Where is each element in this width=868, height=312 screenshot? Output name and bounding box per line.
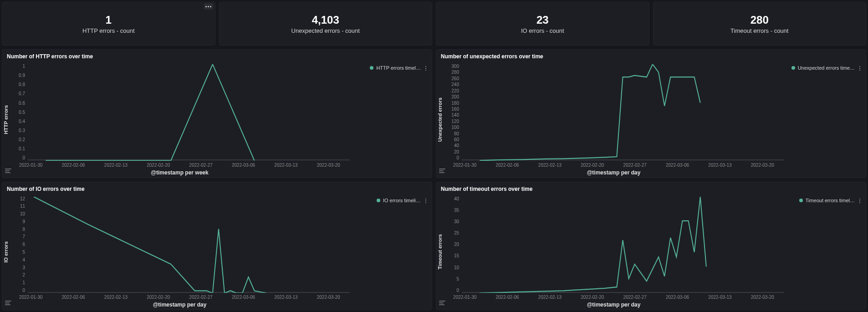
- legend-options-icon[interactable]: [424, 65, 428, 72]
- inspect-icon[interactable]: [5, 301, 12, 307]
- tick-label: 0.3: [10, 128, 25, 133]
- legend[interactable]: IO errors timeli…: [377, 198, 421, 203]
- chart-title: Number of timeout errors over time: [436, 182, 866, 194]
- legend[interactable]: Timeout errors timel…: [799, 198, 855, 203]
- tick-label: 0: [444, 288, 459, 293]
- inspect-icon[interactable]: [439, 301, 446, 307]
- tick-label: 140: [444, 113, 459, 118]
- metric-http-errors[interactable]: 1 HTTP errors - count: [2, 2, 215, 46]
- tick-label: 6: [10, 242, 25, 247]
- tick-label: 20: [444, 242, 459, 247]
- x-ticks: 2022-01-302022-02-062022-02-132022-02-20…: [444, 161, 784, 169]
- tick-label: 0: [444, 156, 459, 160]
- chart-timeout-errors[interactable]: Number of timeout errors over time Timeo…: [436, 182, 866, 311]
- plot-svg[interactable]: [462, 64, 784, 161]
- y-axis-label: HTTP errors: [2, 105, 10, 134]
- tick-label: 0.8: [10, 82, 25, 87]
- tick-label: 300: [444, 64, 459, 69]
- metric-label: Timeout errors - count: [730, 27, 788, 34]
- plot-svg[interactable]: [28, 64, 350, 161]
- legend[interactable]: HTTP errors timel…: [370, 65, 421, 71]
- legend-options-icon[interactable]: [858, 65, 862, 72]
- tick-label: 100: [444, 125, 459, 130]
- tick-label: 2022-02-20: [137, 163, 179, 168]
- metric-value: 23: [536, 14, 549, 26]
- tick-label: 25: [444, 231, 459, 235]
- tick-label: 2022-02-27: [614, 295, 656, 300]
- metric-label: IO errors - count: [521, 27, 564, 34]
- tick-label: 240: [444, 82, 459, 87]
- tick-label: 2022-02-13: [95, 163, 137, 168]
- tick-label: 0.9: [10, 73, 25, 78]
- legend[interactable]: Unexpected errors time…: [791, 65, 855, 71]
- tick-label: 2022-03-06: [222, 163, 265, 168]
- tick-label: 2022-02-20: [137, 295, 179, 300]
- chart-io-errors[interactable]: Number of IO errors over time IO errors …: [2, 182, 432, 311]
- metric-value: 4,103: [312, 14, 339, 26]
- plot-svg[interactable]: [462, 197, 784, 293]
- legend-label: HTTP errors timel…: [376, 65, 421, 71]
- metric-label: HTTP errors - count: [82, 27, 135, 34]
- tick-label: 2022-02-06: [52, 163, 94, 168]
- metric-label: Unexpected errors - count: [291, 27, 360, 34]
- tick-label: 5: [444, 277, 459, 281]
- tick-label: 2022-02-27: [180, 163, 222, 168]
- tick-label: 2022-02-27: [614, 163, 656, 168]
- metric-io-errors[interactable]: 23 IO errors - count: [436, 2, 649, 46]
- chart-http-errors[interactable]: Number of HTTP errors over time HTTP err…: [2, 49, 432, 178]
- tick-label: 1: [10, 64, 25, 69]
- tick-label: 0.6: [10, 101, 25, 106]
- tick-label: 10: [10, 212, 25, 216]
- legend-dot-icon: [791, 66, 795, 70]
- tick-label: 260: [444, 77, 459, 81]
- tick-label: 2022-02-06: [52, 295, 94, 300]
- y-ticks: 10.90.80.70.60.50.40.30.20.10: [10, 64, 27, 161]
- metric-timeout-errors[interactable]: 280 Timeout errors - count: [653, 2, 867, 46]
- chart-title: Number of HTTP errors over time: [2, 50, 432, 61]
- panel-options-icon[interactable]: [204, 3, 213, 10]
- x-axis-label: @timestamp per day: [10, 301, 350, 310]
- tick-label: 2022-03-20: [741, 295, 784, 300]
- tick-label: 12: [10, 197, 25, 201]
- tick-label: 40: [444, 143, 459, 148]
- tick-label: 35: [444, 208, 459, 213]
- y-axis-label: Unexpected errors: [436, 97, 444, 142]
- tick-label: 2022-03-06: [656, 163, 699, 168]
- legend-options-icon[interactable]: [424, 198, 428, 204]
- tick-label: 2022-02-20: [571, 163, 613, 168]
- tick-label: 160: [444, 107, 459, 112]
- tick-label: 2022-02-13: [529, 295, 571, 300]
- tick-label: 60: [444, 138, 459, 142]
- chart-title: Number of IO errors over time: [2, 182, 432, 194]
- tick-label: 10: [444, 266, 459, 270]
- tick-label: 2022-03-20: [307, 295, 350, 300]
- tick-label: 180: [444, 101, 459, 106]
- tick-label: 0.2: [10, 138, 25, 142]
- legend-label: Timeout errors timel…: [806, 198, 855, 203]
- metric-value: 280: [751, 14, 769, 26]
- tick-label: 80: [444, 132, 459, 136]
- tick-label: 2022-03-06: [656, 295, 699, 300]
- x-axis-label: @timestamp per week: [10, 169, 350, 178]
- plot-svg[interactable]: [28, 197, 350, 293]
- legend-options-icon[interactable]: [858, 198, 862, 204]
- chart-unexpected-errors[interactable]: Number of unexpected errors over time Un…: [436, 49, 866, 178]
- tick-label: 120: [444, 119, 459, 124]
- chart-title: Number of unexpected errors over time: [436, 50, 866, 61]
- inspect-icon[interactable]: [5, 169, 12, 175]
- y-ticks: 3002802602402202001801601401201008060402…: [444, 64, 461, 161]
- metric-unexpected-errors[interactable]: 4,103 Unexpected errors - count: [219, 2, 433, 46]
- tick-label: 2022-02-13: [95, 295, 137, 300]
- tick-label: 2022-02-27: [180, 295, 222, 300]
- legend-dot-icon: [799, 199, 803, 202]
- tick-label: 9: [10, 220, 25, 224]
- tick-label: 0.1: [10, 147, 25, 151]
- tick-label: 2022-03-13: [265, 295, 307, 300]
- inspect-icon[interactable]: [439, 169, 446, 175]
- tick-label: 2022-01-30: [10, 163, 52, 168]
- legend-label: IO errors timeli…: [383, 198, 421, 203]
- tick-label: 2022-03-13: [265, 163, 307, 168]
- y-ticks: 1211109876543210: [10, 197, 27, 293]
- tick-label: 40: [444, 197, 459, 201]
- tick-label: 4: [10, 258, 25, 262]
